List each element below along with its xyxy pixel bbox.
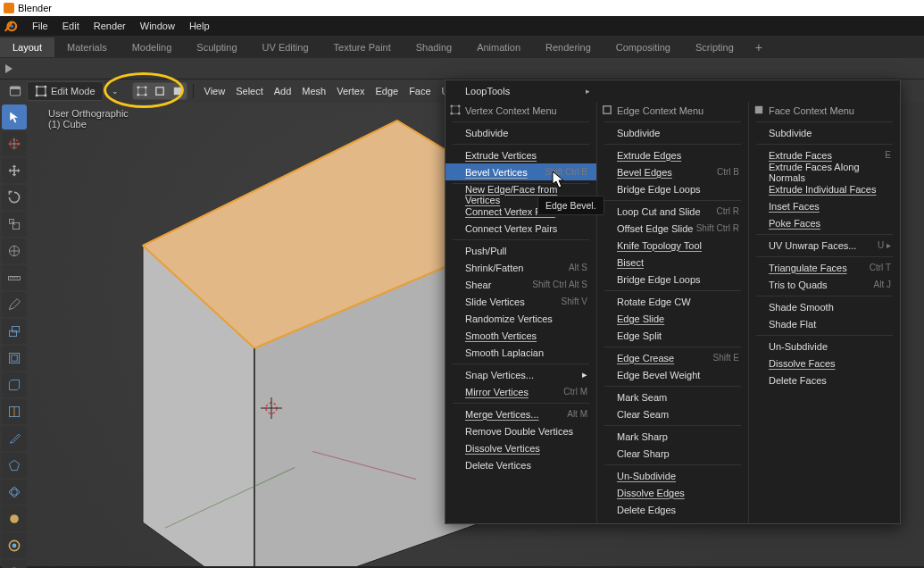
smooth-tool[interactable]	[2, 506, 27, 531]
header-menu-edge[interactable]: Edge	[370, 83, 404, 99]
looptools-submenu[interactable]: LoopTools▸	[445, 83, 597, 100]
poly-build-tool[interactable]	[2, 453, 27, 478]
menu-help[interactable]: Help	[182, 18, 217, 34]
menu-item-mark-sharp[interactable]: Mark Sharp	[597, 428, 748, 445]
annotate-tool[interactable]	[2, 292, 27, 317]
menu-item-uv-unwrap-faces-[interactable]: UV Unwrap Faces...U ▸	[749, 237, 900, 254]
menu-item-subdivide[interactable]: Subdivide	[597, 124, 748, 141]
menu-item-tris-to-quads[interactable]: Tris to QuadsAlt J	[749, 276, 900, 293]
menu-item-subdivide[interactable]: Subdivide	[445, 124, 596, 141]
menu-item-mirror-vertices[interactable]: Mirror VerticesCtrl M	[445, 383, 596, 400]
menu-item-bridge-edge-loops[interactable]: Bridge Edge Loops	[597, 180, 748, 197]
menu-item-knife-topology-tool[interactable]: Knife Topology Tool	[597, 237, 748, 254]
menu-item-edge-slide[interactable]: Edge Slide	[597, 310, 748, 327]
3d-viewport[interactable]: User Orthographic (1) Cube	[0, 103, 924, 568]
extrude-tool[interactable]	[2, 319, 27, 344]
interaction-mode-dropdown[interactable]: Edit Mode	[27, 81, 104, 101]
menu-item-clear-sharp[interactable]: Clear Sharp	[597, 445, 748, 462]
scale-tool[interactable]	[2, 212, 27, 237]
tab-rendering[interactable]: Rendering	[533, 38, 604, 57]
mode-options-dropdown[interactable]: ⌄	[105, 82, 125, 100]
knife-tool[interactable]	[2, 426, 27, 451]
menu-file[interactable]: File	[25, 18, 55, 34]
loop-cut-tool[interactable]	[2, 399, 27, 424]
select-box-tool[interactable]	[2, 104, 27, 129]
menu-item-delete-edges[interactable]: Delete Edges	[597, 501, 748, 518]
inset-tool[interactable]	[2, 346, 27, 371]
tab-compositing[interactable]: Compositing	[604, 38, 683, 57]
menu-item-remove-double-vertices[interactable]: Remove Double Vertices	[445, 422, 596, 439]
header-menu-mesh[interactable]: Mesh	[296, 83, 331, 99]
header-menu-face[interactable]: Face	[404, 83, 436, 99]
menu-item-offset-edge-slide[interactable]: Offset Edge SlideShift Ctrl R	[597, 220, 748, 237]
menu-item-edge-crease[interactable]: Edge CreaseShift E	[597, 349, 748, 366]
menu-item-bridge-edge-loops[interactable]: Bridge Edge Loops	[597, 271, 748, 288]
rotate-tool[interactable]	[2, 185, 27, 210]
edge-slide-tool[interactable]	[2, 533, 27, 558]
shrink-fatten-tool[interactable]	[2, 560, 27, 568]
menu-item-bevel-edges[interactable]: Bevel EdgesCtrl B	[597, 163, 748, 180]
editor-type-dropdown[interactable]	[5, 82, 25, 100]
menu-item-snap-vertices-[interactable]: Snap Vertices...▸	[445, 366, 596, 383]
tab-animation[interactable]: Animation	[464, 38, 533, 57]
menu-item-rotate-edge-cw[interactable]: Rotate Edge CW	[597, 293, 748, 310]
bevel-tool[interactable]	[2, 372, 27, 397]
menu-item-shade-flat[interactable]: Shade Flat	[749, 315, 900, 332]
tab-materials[interactable]: Materials	[54, 38, 120, 57]
spin-tool[interactable]	[2, 480, 27, 505]
menu-item-bisect[interactable]: Bisect	[597, 254, 748, 271]
menu-edit[interactable]: Edit	[55, 18, 87, 34]
tab-layout[interactable]: Layout	[0, 38, 54, 57]
menu-item-shrink-fatten[interactable]: Shrink/FattenAlt S	[445, 259, 596, 276]
play-icon[interactable]	[5, 64, 12, 73]
menu-item-dissolve-edges[interactable]: Dissolve Edges	[597, 484, 748, 501]
menu-item-un-subdivide[interactable]: Un-Subdivide	[597, 467, 748, 484]
menu-item-clear-seam[interactable]: Clear Seam	[597, 405, 748, 422]
menu-item-delete-vertices[interactable]: Delete Vertices	[445, 456, 596, 473]
cursor-tool[interactable]	[2, 131, 27, 156]
header-menu-vertex[interactable]: Vertex	[331, 83, 370, 99]
transform-tool[interactable]	[2, 238, 27, 263]
menu-item-extrude-individual-faces[interactable]: Extrude Individual Faces	[749, 180, 900, 197]
menu-item-triangulate-faces[interactable]: Triangulate FacesCtrl T	[749, 259, 900, 276]
measure-tool[interactable]	[2, 265, 27, 290]
menu-item-shear[interactable]: ShearShift Ctrl Alt S	[445, 276, 596, 293]
menu-item-smooth-laplacian[interactable]: Smooth Laplacian	[445, 344, 596, 361]
menu-item-dissolve-vertices[interactable]: Dissolve Vertices	[445, 439, 596, 456]
menu-item-mark-seam[interactable]: Mark Seam	[597, 388, 748, 405]
menu-item-randomize-vertices[interactable]: Randomize Vertices	[445, 310, 596, 327]
menu-window[interactable]: Window	[133, 18, 182, 34]
header-menu-view[interactable]: View	[199, 83, 231, 99]
tab-uv-editing[interactable]: UV Editing	[250, 38, 321, 57]
menu-item-edge-bevel-weight[interactable]: Edge Bevel Weight	[597, 366, 748, 383]
tab-modeling[interactable]: Modeling	[120, 38, 185, 57]
menu-item-shade-smooth[interactable]: Shade Smooth	[749, 298, 900, 315]
menu-item-dissolve-faces[interactable]: Dissolve Faces	[749, 355, 900, 372]
header-menu-add[interactable]: Add	[269, 83, 297, 99]
menu-item-extrude-vertices[interactable]: Extrude Vertices	[445, 146, 596, 163]
menu-item-delete-faces[interactable]: Delete Faces	[749, 372, 900, 388]
menu-item-extrude-faces-along-normals[interactable]: Extrude Faces Along Normals	[749, 163, 900, 180]
menu-render[interactable]: Render	[87, 18, 133, 34]
tab-texture-paint[interactable]: Texture Paint	[321, 38, 404, 57]
face-select-mode[interactable]	[169, 83, 187, 99]
add-workspace-button[interactable]: +	[746, 36, 771, 59]
menu-item-edge-split[interactable]: Edge Split	[597, 327, 748, 344]
tab-shading[interactable]: Shading	[404, 38, 464, 57]
menu-item-extrude-edges[interactable]: Extrude Edges	[597, 146, 748, 163]
menu-item-loop-cut-and-slide[interactable]: Loop Cut and SlideCtrl R	[597, 203, 748, 220]
edge-select-mode[interactable]	[151, 83, 169, 99]
vertex-select-mode[interactable]	[133, 83, 151, 99]
menu-item-smooth-vertices[interactable]: Smooth Vertices	[445, 327, 596, 344]
menu-item-inset-faces[interactable]: Inset Faces	[749, 197, 900, 214]
menu-item-connect-vertex-pairs[interactable]: Connect Vertex Pairs	[445, 220, 596, 237]
menu-item-push-pull[interactable]: Push/Pull	[445, 242, 596, 259]
menu-item-subdivide[interactable]: Subdivide	[749, 124, 900, 141]
tab-scripting[interactable]: Scripting	[683, 38, 746, 57]
tab-sculpting[interactable]: Sculpting	[184, 38, 249, 57]
header-menu-select[interactable]: Select	[230, 83, 269, 99]
menu-item-slide-vertices[interactable]: Slide VerticesShift V	[445, 293, 596, 310]
menu-item-bevel-vertices[interactable]: Bevel VerticesShift Ctrl B	[445, 163, 596, 180]
menu-item-merge-vertices-[interactable]: Merge Vertices...Alt M	[445, 405, 596, 422]
menu-item-poke-faces[interactable]: Poke Faces	[749, 214, 900, 231]
